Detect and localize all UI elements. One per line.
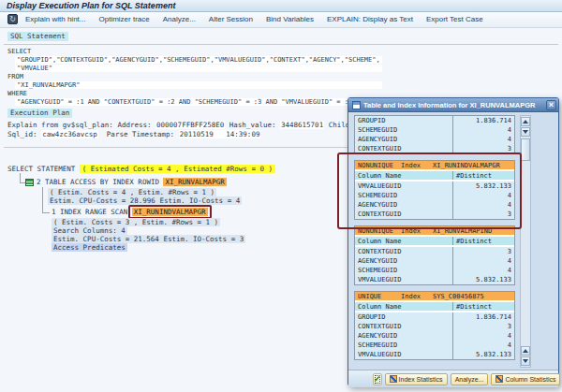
- plan-detail-line: Estim. CPU-Costs = 28.996 Estim. IO-Cost…: [48, 196, 242, 205]
- distinct-value-cell: 5.832.133: [452, 350, 514, 359]
- table-row: AGENCYGUID4: [355, 256, 514, 266]
- scrollbar-thumb[interactable]: [521, 138, 530, 161]
- plan-detail-line: ( Estim. Costs = 4 , Estim. #Rows = 1 ): [48, 188, 242, 196]
- statistics-icon: [495, 375, 503, 383]
- toolbar-item-explain-display-as-text[interactable]: EXPLAIN: Display as Text: [327, 12, 413, 27]
- plan-node-details: ( Estim. Costs = 3 , Estim. #Rows = 1 )S…: [52, 218, 245, 243]
- sql-line: WHERE: [7, 90, 382, 98]
- window-title-bar: Display Execution Plan for SQL Statement: [0, 0, 562, 12]
- divider: [4, 44, 558, 45]
- popup-body: GROUPID1.836.714SCHEMEGUID4AGENCYGUID4CO…: [348, 112, 558, 370]
- plan-root-row: SELECT STATEMENT ( Estimated Costs = 4 ,…: [7, 165, 275, 173]
- index-uniqueness: NONUNIQUE: [358, 161, 401, 169]
- index-info-table-xi-runvalmapind: NONUNIQUEIndexXI_RUNVALMAPINDColumn Name…: [354, 225, 515, 285]
- plan-node-object-index[interactable]: XI_RUNINDVALMAPGR: [132, 208, 208, 216]
- column-name-cell: CONTEXTGUID: [355, 210, 452, 219]
- sql-line: "XI_RUNVALMAPGR": [7, 81, 382, 90]
- plan-node-operation: 1 INDEX RANGE SCAN: [52, 208, 127, 216]
- popup-scrollbar[interactable]: [520, 115, 531, 368]
- scroll-down-icon[interactable]: [521, 356, 530, 366]
- tree-connector: [42, 187, 43, 212]
- access-predicates-row: Access Predicates: [52, 243, 127, 252]
- index-statistics-button[interactable]: Index Statistics: [385, 373, 448, 385]
- sql-line: "VMVALUE": [7, 65, 382, 73]
- distinct-value-cell: 4: [452, 135, 514, 144]
- main-toolbar: ↻Explain with hint...Optimizer traceAnal…: [0, 12, 562, 28]
- confirm-button[interactable]: ✔: [373, 373, 382, 385]
- index-kind-label: Index: [401, 292, 433, 300]
- distinct-value-cell: 4: [452, 266, 514, 275]
- popup-title-bar[interactable]: Table and Index Information for XI_RUNVA…: [348, 98, 558, 112]
- table-row: GROUPID1.836.714: [355, 116, 514, 125]
- toolbar-item-analyze[interactable]: Analyze...: [163, 12, 196, 27]
- distinct-header: #Distinct: [452, 237, 514, 245]
- column-name-cell: VMVALUEGUID: [355, 275, 452, 284]
- column-name-cell: GROUPID: [355, 312, 452, 322]
- distinct-value-cell: 5.832.133: [452, 181, 514, 191]
- table-columns-table: GROUPID1.836.714SCHEMEGUID4AGENCYGUID4CO…: [354, 115, 515, 154]
- column-name-cell: CONTEXTGUID: [355, 322, 452, 331]
- index-uniqueness: NONUNIQUE: [358, 226, 401, 235]
- column-statistics-button[interactable]: Column Statistics: [491, 373, 560, 385]
- table-node-icon: [25, 179, 34, 186]
- table-index-info-popup: Table and Index Information for XI_RUNVA…: [348, 97, 559, 386]
- table-info-icon: [352, 101, 361, 109]
- table-row: VMVALUEGUID5.832.133: [355, 275, 514, 284]
- analyze-button[interactable]: Analyze...: [451, 373, 489, 385]
- access-predicates-link[interactable]: Access Predicates: [52, 243, 127, 252]
- table-row: VMVALUEGUID5.832.133: [355, 181, 514, 191]
- column-header-row: Column Name#Distinct: [355, 171, 514, 181]
- plan-node-operation: 2 TABLE ACCESS BY INDEX ROWID: [37, 178, 159, 186]
- toolbar-item-alter-session[interactable]: Alter Session: [209, 12, 253, 27]
- distinct-value-cell: 4: [452, 341, 514, 350]
- table-row: CONTEXTGUID3: [355, 144, 514, 153]
- plan-detail-line: ( Estim. Costs = 3 , Estim. #Rows = 1 ): [52, 218, 245, 226]
- index-header-row: UNIQUEIndexSYS_C00456875: [355, 292, 514, 302]
- distinct-value-cell: 5.832.133: [452, 275, 514, 284]
- checkmark-icon: ✔: [374, 374, 381, 384]
- column-name-cell: VMVALUEGUID: [355, 350, 452, 359]
- column-name-cell: SCHEMEGUID: [355, 191, 452, 200]
- scroll-down-icon[interactable]: [521, 127, 530, 137]
- plan-node-object-table[interactable]: XI_RUNVALMAPGR: [163, 178, 226, 186]
- index-name: SYS_C00456875: [433, 292, 514, 300]
- column-name-cell: CONTEXTGUID: [355, 144, 452, 153]
- popup-title: Table and Index Information for XI_RUNVA…: [363, 101, 546, 109]
- sql-statement-heading: SQL Statement: [7, 32, 68, 41]
- distinct-value-cell: 3: [452, 144, 514, 153]
- sql-statement-block: SELECT"GROUPID","CONTEXTGUID","AGENCYGUI…: [7, 48, 382, 107]
- toolbar-item-optimizer-trace[interactable]: Optimizer trace: [98, 12, 149, 27]
- plan-node-table-access: 2 TABLE ACCESS BY INDEX ROWID XI_RUNVALM…: [37, 178, 227, 186]
- plan-node-details: ( Estim. Costs = 4 , Estim. #Rows = 1 )E…: [48, 188, 242, 205]
- toolbar-item-explain-with-hint[interactable]: Explain with hint...: [25, 12, 85, 27]
- index-info-table-sys-c00456875: UNIQUEIndexSYS_C00456875Column Name#Dist…: [354, 291, 515, 360]
- table-row: CONTEXTGUID3: [355, 210, 514, 219]
- index-kind-label: Index: [401, 161, 433, 169]
- explain-refresh-icon[interactable]: ↻: [7, 14, 18, 24]
- table-row: AGENCYGUID4: [355, 331, 514, 341]
- page-title: Display Execution Plan for SQL Statement: [7, 1, 175, 10]
- execution-plan-heading: Execution Plan: [7, 109, 72, 118]
- plan-detail-line: Search Columns: 4: [52, 226, 245, 235]
- index-header-row: NONUNIQUEIndexXI_RUNINDVALMAPGR: [355, 161, 514, 171]
- table-row: SCHEMEGUID4: [355, 341, 514, 350]
- table-row: CONTEXTGUID3: [355, 247, 514, 256]
- scroll-up-icon[interactable]: [521, 346, 530, 356]
- distinct-value-cell: 4: [452, 200, 514, 210]
- toolbar-item-bind-variables[interactable]: Bind Variables: [266, 12, 314, 27]
- tree-connector: [42, 212, 50, 213]
- sql-line: SELECT: [7, 48, 382, 56]
- column-name-header: Column Name: [355, 302, 452, 311]
- column-name-cell: CONTEXTGUID: [355, 247, 452, 256]
- column-name-cell: AGENCYGUID: [355, 256, 452, 266]
- distinct-value-cell: 3: [452, 322, 514, 331]
- column-name-cell: VMVALUEGUID: [355, 181, 452, 191]
- toolbar-item-export-test-case[interactable]: Export Test Case: [426, 12, 483, 27]
- application-window: Display Execution Plan for SQL Statement…: [0, 0, 562, 392]
- close-icon[interactable]: ×: [546, 100, 556, 110]
- distinct-value-cell: 4: [452, 191, 514, 200]
- distinct-value-cell: 4: [452, 331, 514, 341]
- scroll-up-icon[interactable]: [521, 117, 530, 126]
- column-name-header: Column Name: [355, 237, 452, 245]
- sql-line: "AGENCYGUID" = :1 AND "CONTEXTGUID" = :2…: [7, 98, 382, 107]
